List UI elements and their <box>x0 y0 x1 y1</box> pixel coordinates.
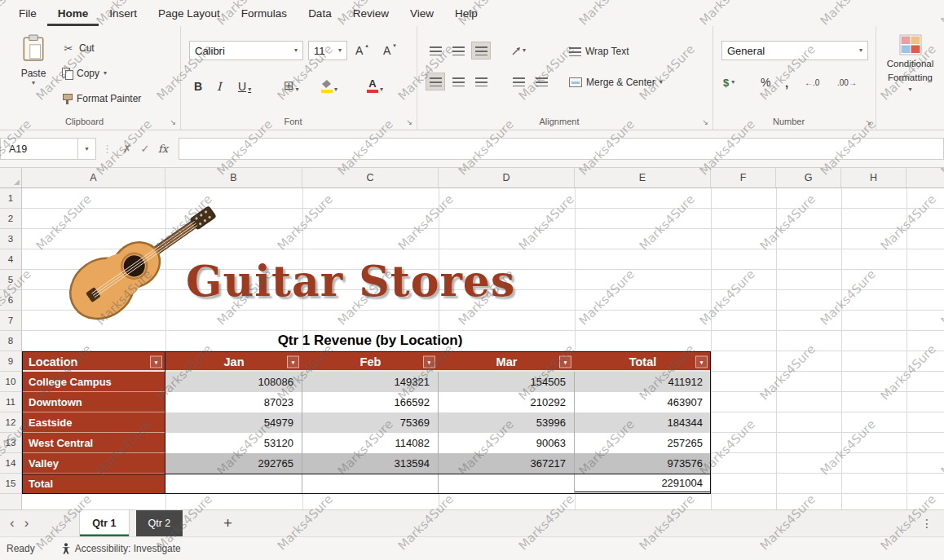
row-header-3[interactable]: 3 <box>0 229 21 249</box>
cancel-button[interactable]: ✗ <box>118 143 136 155</box>
bold-button[interactable]: B <box>194 73 202 93</box>
accounting-format-button[interactable]: $ ▾ <box>723 73 734 92</box>
cell-mar[interactable]: 210292 <box>439 392 575 412</box>
cell-jan[interactable]: 87023 <box>165 392 302 412</box>
select-all-corner[interactable]: ◢ <box>0 168 22 187</box>
ribbon-tab-insert[interactable]: Insert <box>99 0 148 26</box>
row-header-5[interactable]: 5 <box>0 270 21 290</box>
column-header-d[interactable]: D <box>439 168 575 187</box>
decrease-decimal-button[interactable]: .00→ <box>837 73 857 92</box>
italic-button[interactable]: I <box>217 73 222 93</box>
cell-location[interactable]: Total <box>22 474 165 494</box>
cell-feb[interactable]: 75369 <box>302 412 439 433</box>
column-header-g[interactable]: G <box>776 168 841 187</box>
row-header-4[interactable]: 4 <box>0 249 21 270</box>
row-header-6[interactable]: 6 <box>0 290 21 311</box>
column-header-h[interactable]: H <box>841 168 907 187</box>
cell-location[interactable]: West Central <box>22 433 165 453</box>
cell-location[interactable]: College Campus <box>22 372 165 392</box>
cell-mar[interactable]: 53996 <box>439 412 575 433</box>
align-left-button[interactable] <box>426 73 445 90</box>
column-header-partial[interactable] <box>907 168 944 187</box>
cell-jan[interactable]: 292765 <box>165 453 302 474</box>
font-color-button[interactable]: A ▾ <box>367 73 383 93</box>
row-header-11[interactable]: 11 <box>0 392 21 412</box>
format-painter-button[interactable]: Format Painter <box>62 90 141 108</box>
row-header-1[interactable]: 1 <box>0 188 21 209</box>
ribbon-tab-review[interactable]: Review <box>342 0 399 26</box>
ribbon-tab-page-layout[interactable]: Page Layout <box>148 0 231 26</box>
sheet-nav-right-icon[interactable]: › <box>24 515 29 531</box>
bottom-align-button[interactable] <box>471 42 491 60</box>
row-header-13[interactable]: 13 <box>0 433 21 453</box>
top-align-button[interactable] <box>426 42 445 60</box>
decrease-font-size-button[interactable]: A ▾ <box>383 41 396 60</box>
header-cell-total[interactable]: Total ▾ <box>575 351 711 372</box>
row-header-2[interactable]: 2 <box>0 209 21 229</box>
row-header-12[interactable]: 12 <box>0 412 21 433</box>
paste-button[interactable]: Paste ▾ <box>11 34 55 86</box>
decrease-indent-button[interactable] <box>509 73 528 90</box>
increase-indent-button[interactable] <box>532 73 551 90</box>
number-format-select[interactable]: General ▾ <box>721 41 868 60</box>
header-cell-location[interactable]: Location ▾ <box>22 351 165 372</box>
middle-align-button[interactable] <box>448 42 468 60</box>
comma-style-button[interactable]: , <box>785 73 788 92</box>
cell-mar[interactable]: 367217 <box>439 453 575 474</box>
dialog-launcher-icon[interactable]: ↘ <box>865 118 871 126</box>
column-header-c[interactable]: C <box>302 168 439 187</box>
column-header-f[interactable]: F <box>711 168 776 187</box>
cell-total[interactable]: 463907 <box>575 392 711 412</box>
dialog-launcher-icon[interactable]: ↘ <box>406 118 412 126</box>
copy-button[interactable]: Copy ▾ <box>62 64 107 82</box>
row-header-8[interactable]: 8 <box>0 331 21 351</box>
row-header-15[interactable]: 15 <box>0 474 21 494</box>
filter-dropdown-button[interactable]: ▾ <box>695 355 708 368</box>
filter-dropdown-button[interactable]: ▾ <box>559 355 571 368</box>
cell-jan[interactable] <box>165 474 302 494</box>
cell-feb[interactable]: 166592 <box>302 392 439 412</box>
cell-mar[interactable] <box>439 474 575 494</box>
sheet-nav-left-icon[interactable]: ‹ <box>10 515 15 531</box>
center-button[interactable] <box>448 73 468 90</box>
cell-feb[interactable]: 149321 <box>302 372 439 392</box>
cell-location[interactable]: Downtown <box>22 392 165 412</box>
dialog-launcher-icon[interactable]: ↘ <box>702 118 708 126</box>
cell-jan[interactable]: 53120 <box>165 433 302 453</box>
align-right-button[interactable] <box>471 73 491 90</box>
cell-grand-total[interactable]: 2291004 <box>575 474 711 494</box>
underline-button[interactable]: U ▾ <box>238 73 251 93</box>
header-cell-jan[interactable]: Jan ▾ <box>165 351 302 372</box>
ribbon-tab-file[interactable]: File <box>8 0 47 26</box>
dialog-launcher-icon[interactable]: ↘ <box>170 118 176 126</box>
cell-mar[interactable]: 90063 <box>439 433 575 453</box>
row-header-7[interactable]: 7 <box>0 311 21 331</box>
ribbon-tab-formulas[interactable]: Formulas <box>231 0 298 26</box>
row-header-10[interactable]: 10 <box>0 372 21 392</box>
new-sheet-button[interactable]: + <box>223 515 232 532</box>
cell-total[interactable]: 257265 <box>575 433 711 453</box>
ribbon-tab-help[interactable]: Help <box>444 0 488 26</box>
column-header-a[interactable]: A <box>22 168 165 187</box>
enter-button[interactable]: ✓ <box>136 143 154 155</box>
ribbon-tab-data[interactable]: Data <box>298 0 342 26</box>
name-box[interactable]: A19 <box>0 138 78 160</box>
increase-font-size-button[interactable]: A ▴ <box>355 41 368 60</box>
row-header-9[interactable]: 9 <box>0 351 21 372</box>
cell-location[interactable]: Valley <box>22 453 165 474</box>
orientation-button[interactable]: ▾ <box>509 42 528 60</box>
cell-jan[interactable]: 108086 <box>165 372 302 392</box>
sheet-tab-qtr2[interactable]: Qtr 2 <box>136 510 183 536</box>
fill-color-button[interactable]: ▾ <box>321 73 337 93</box>
header-cell-mar[interactable]: Mar ▾ <box>439 351 575 372</box>
accessibility-button[interactable]: Accessibility: Investigate <box>61 543 181 554</box>
column-header-e[interactable]: E <box>575 168 711 187</box>
cell-total[interactable]: 411912 <box>575 372 711 392</box>
filter-dropdown-button[interactable]: ▾ <box>423 355 435 368</box>
more-options-icon[interactable]: ⋮ <box>921 517 933 530</box>
name-box-dropdown[interactable]: ▾ <box>78 138 96 160</box>
column-header-b[interactable]: B <box>165 168 302 187</box>
percent-style-button[interactable]: % <box>761 73 770 92</box>
insert-function-button[interactable]: fx <box>154 143 172 155</box>
cut-button[interactable]: ✂ Cut <box>62 39 95 57</box>
